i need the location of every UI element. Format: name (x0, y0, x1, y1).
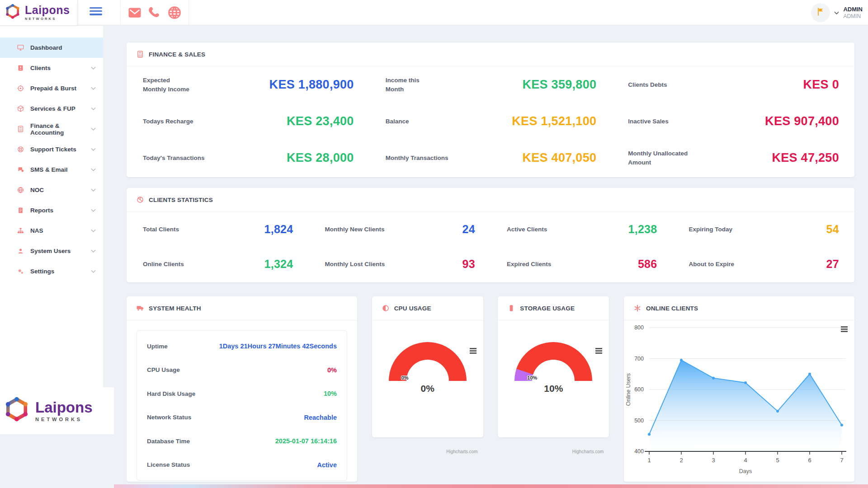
sidebar-item-dashboard[interactable]: Dashboard (0, 38, 103, 58)
sidebar-item-noc[interactable]: NOC (0, 180, 103, 200)
pin-icon (17, 84, 24, 92)
sidebar-item-prepaid-burst[interactable]: Prepaid & Burst (0, 78, 103, 99)
calculator-icon (17, 125, 24, 133)
user-icon (17, 247, 24, 255)
sidebar-item-finance-accounting[interactable]: Finance & Accounting (0, 119, 103, 139)
storage-gauge: 10%10% Highcharts.com (498, 342, 609, 459)
stat-label: Expiring Today (689, 225, 733, 234)
svg-text:7: 7 (840, 457, 843, 464)
health-label: License Status (147, 461, 190, 468)
lifering-icon (17, 145, 24, 153)
phone-icon[interactable] (147, 5, 162, 20)
stat-label: About to Expire (689, 260, 735, 269)
stat-value: KES 907,400 (765, 114, 839, 128)
highcharts-credit[interactable]: Highcharts.com (446, 449, 477, 454)
sidebar-item-sms-email[interactable]: SMS & Email (0, 160, 103, 180)
stat-label: Balance (386, 117, 409, 126)
stat-cell-about-to-expire: About to Expire27 (673, 247, 855, 282)
chevron-down-icon[interactable] (91, 126, 96, 132)
file-icon (17, 206, 24, 214)
stat-value: 1,324 (264, 258, 293, 271)
user-menu[interactable]: ADMIN ADMIN (811, 3, 863, 22)
highcharts-credit[interactable]: Highcharts.com (572, 449, 604, 454)
user-name: ADMIN (843, 6, 863, 13)
sidebar-item-label: Settings (30, 268, 54, 275)
health-row-uptime: Uptime1Days 21Hours 27Minutes 42Seconds (147, 334, 337, 358)
chevron-down-icon[interactable] (91, 268, 96, 275)
brand-subtitle: NETWORKS (35, 417, 93, 422)
stat-cell-active-clients: Active Clients1,238 (491, 212, 673, 247)
sidebar-item-reports[interactable]: Reports (0, 200, 103, 221)
chevron-down-icon[interactable] (91, 207, 96, 214)
calculator-icon (136, 50, 144, 58)
health-label: Database Time (147, 438, 190, 445)
health-value: 1Days 21Hours 27Minutes 42Seconds (219, 343, 337, 350)
sidebar-item-label: NAS (30, 227, 43, 234)
stat-label: Expected Monthly Income (143, 76, 189, 94)
brand-subtitle: NETWORKS (25, 17, 70, 21)
chevron-down-icon[interactable] (91, 85, 96, 92)
bottom-scroll-strip[interactable] (114, 484, 868, 488)
gauge-chart: 0% (389, 342, 467, 381)
stat-value: KES 407,050 (522, 151, 596, 165)
chart-context-menu-icon[interactable] (595, 348, 602, 354)
stat-label: Expired Clients (507, 260, 551, 269)
stat-value: 586 (638, 258, 657, 271)
mail-icon[interactable] (127, 5, 142, 20)
brand-logo[interactable]: Laipons NETWORKS (0, 0, 78, 26)
card-title: FINANCE & SALES (149, 51, 205, 58)
gauge-data-label: 0% (401, 375, 409, 380)
chevron-down-icon[interactable] (91, 187, 96, 193)
svg-text:3: 3 (712, 457, 715, 464)
pie-chart-icon (136, 196, 144, 204)
hexagon-logo-icon (4, 3, 22, 23)
sidebar-footer-logo: Laipons NETWORKS (0, 387, 114, 434)
stat-cell-online-clients: Online Clients1,324 (127, 247, 309, 282)
sidebar-item-label: Clients (30, 65, 51, 71)
health-value: 10% (324, 390, 337, 397)
stat-label: Monthly Transactions (386, 154, 448, 163)
brand-name: Laipons (35, 400, 93, 415)
sidebar-item-services-fup[interactable]: Services & FUP (0, 99, 103, 119)
sidebar-item-clients[interactable]: Clients (0, 58, 103, 78)
stat-cell-balance: BalanceKES 1,521,100 (369, 103, 612, 140)
chevron-down-icon[interactable] (91, 105, 96, 112)
sidebar-item-settings[interactable]: Settings (0, 261, 103, 282)
chart-context-menu-icon[interactable] (841, 326, 848, 332)
stat-cell-expired-clients: Expired Clients586 (491, 247, 673, 282)
sidebar-item-nas[interactable]: NAS (0, 221, 103, 241)
gauge-value: 10% (498, 383, 609, 394)
health-value: Reachable (304, 414, 337, 421)
chevron-down-icon[interactable] (834, 9, 839, 17)
sidebar-item-system-users[interactable]: System Users (0, 241, 103, 261)
storage-usage-card: STORAGE USAGE 10%10% Highcharts.com (498, 296, 609, 437)
sidebar-item-label: Support Tickets (30, 146, 76, 153)
card-title: CPU USAGE (394, 305, 431, 312)
stat-value: 1,824 (264, 223, 293, 236)
main-content: FINANCE & SALES Expected Monthly IncomeK… (127, 42, 854, 482)
finance-grid: Expected Monthly IncomeKES 1,880,900Inco… (127, 66, 854, 176)
globe-icon[interactable] (167, 5, 182, 20)
health-label: Hard Disk Usage (147, 390, 195, 397)
stat-value: KES 23,400 (287, 114, 354, 128)
gears-icon (17, 267, 24, 275)
chevron-down-icon[interactable] (91, 227, 96, 234)
menu-toggle-icon[interactable] (90, 7, 102, 17)
chart-context-menu-icon[interactable] (470, 348, 476, 354)
sidebar-item-label: Services & FUP (30, 105, 75, 112)
chevron-down-icon[interactable] (91, 65, 96, 71)
chevron-down-icon[interactable] (91, 166, 96, 173)
chevron-down-icon[interactable] (91, 146, 96, 153)
avatar[interactable] (811, 3, 830, 22)
svg-text:4: 4 (744, 457, 747, 464)
stat-value: KES 47,250 (772, 151, 839, 165)
gauge-chart: 10% (514, 342, 592, 381)
stat-label: Monthly New Clients (325, 225, 385, 234)
svg-text:400: 400 (634, 448, 644, 455)
stat-value: KES 359,800 (522, 78, 596, 92)
chevron-down-icon[interactable] (91, 248, 96, 254)
sidebar-item-support-tickets[interactable]: Support Tickets (0, 139, 103, 160)
clients-statistics-grid: Total Clients1,824Monthly New Clients24A… (127, 212, 854, 282)
divider (127, 320, 357, 320)
card-title: ONLINE CLIENTS (646, 305, 698, 312)
